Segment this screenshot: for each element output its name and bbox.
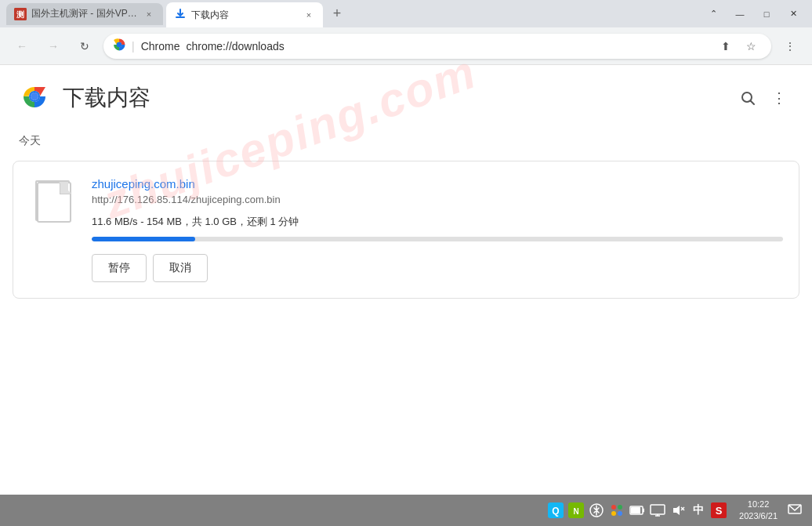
address-actions: ⬆ ☆: [715, 35, 762, 57]
address-divider: |: [132, 40, 135, 53]
page-content: 下载内容 ⋮ zhujiceping.com 今天: [0, 65, 812, 501]
svg-rect-23: [631, 507, 640, 513]
address-url: chrome://downloads: [186, 40, 709, 53]
progress-bar-background: [92, 237, 783, 241]
maximize-window-button[interactable]: □: [754, 2, 779, 27]
download-actions: 暂停 取消: [92, 254, 783, 282]
tab-inactive-label: 国外主机测评 - 国外VPS，: [31, 7, 138, 20]
svg-rect-25: [651, 505, 665, 514]
back-button[interactable]: ←: [9, 34, 34, 59]
notification-button[interactable]: [784, 499, 806, 521]
share-button[interactable]: ⬆: [715, 35, 737, 57]
svg-text:Q: Q: [552, 506, 559, 517]
chrome-logo-big-icon: [19, 81, 50, 115]
taskbar: Q N: [0, 495, 812, 526]
svg-point-20: [611, 511, 616, 516]
tab-inactive[interactable]: 测 国外主机测评 - 国外VPS， ×: [6, 3, 163, 25]
taskbar-icons: Q N: [542, 502, 733, 518]
close-window-button[interactable]: ✕: [781, 2, 806, 27]
svg-marker-28: [673, 506, 680, 515]
svg-point-18: [611, 505, 616, 510]
battery-icon[interactable]: [629, 502, 645, 518]
svg-text:测: 测: [16, 10, 24, 19]
tab-active-favicon: [174, 8, 187, 23]
section-today-label: 今天: [0, 128, 812, 154]
reload-button[interactable]: ↻: [72, 34, 97, 59]
svg-rect-11: [38, 183, 71, 222]
chrome-logo-icon: [113, 38, 125, 54]
page-header-actions: ⋮: [734, 84, 793, 112]
svg-text:N: N: [573, 507, 578, 516]
clock-time: 10:22: [748, 499, 770, 510]
tab-active[interactable]: 下载内容 ×: [166, 2, 323, 27]
minimize-button[interactable]: ⌃: [701, 2, 726, 27]
svg-point-8: [31, 93, 38, 100]
clock-date: 2023/6/21: [739, 510, 778, 522]
download-url: http://176.126.85.114/zhujiceping.com.bi…: [92, 194, 783, 205]
address-brand: Chrome: [141, 40, 180, 53]
svg-point-19: [618, 505, 622, 510]
qq-icon[interactable]: Q: [548, 502, 564, 518]
progress-bar-fill: [92, 237, 195, 241]
pause-button[interactable]: 暂停: [92, 254, 147, 282]
svg-point-4: [117, 42, 121, 46]
download-filename[interactable]: zhujiceping.com.bin: [92, 177, 783, 190]
minimize-window-button[interactable]: —: [727, 2, 752, 27]
file-icon-wrap: [29, 177, 76, 224]
tab-active-label: 下载内容: [191, 9, 298, 22]
page-title: 下载内容: [63, 83, 150, 113]
title-bar: 测 国外主机测评 - 国外VPS， × 下载内容 × + ⌃ — □ ✕: [0, 0, 812, 27]
bluetooth-icon[interactable]: [589, 502, 604, 518]
svg-rect-24: [643, 509, 644, 513]
taskbar-clock[interactable]: 10:22 2023/6/21: [733, 499, 784, 523]
download-info: zhujiceping.com.bin http://176.126.85.11…: [92, 177, 783, 282]
tab-active-close[interactable]: ×: [303, 9, 315, 21]
page-header: 下载内容 ⋮: [0, 65, 812, 128]
address-bar[interactable]: | Chrome chrome://downloads ⬆ ☆: [103, 34, 771, 59]
cancel-button[interactable]: 取消: [153, 254, 208, 282]
download-card: zhujiceping.com.bin http://176.126.85.11…: [13, 161, 799, 299]
nav-actions: ⋮: [778, 34, 803, 59]
browser-menu-button[interactable]: ⋮: [778, 34, 803, 59]
new-tab-button[interactable]: +: [326, 3, 348, 25]
tab-inactive-close[interactable]: ×: [143, 8, 155, 20]
monitor-icon[interactable]: [650, 502, 665, 518]
svg-point-21: [618, 511, 622, 516]
file-icon: [35, 180, 70, 221]
nvidia-icon[interactable]: N: [568, 502, 584, 518]
nav-bar: ← → ↻ | Chrome chrome://downloads ⬆ ☆ ⋮: [0, 27, 812, 65]
bookmark-button[interactable]: ☆: [740, 35, 762, 57]
input-method-icon[interactable]: 中: [691, 502, 706, 518]
window-controls: ⌃ — □ ✕: [701, 2, 806, 27]
page-menu-button[interactable]: ⋮: [765, 84, 793, 112]
svg-text:S: S: [716, 505, 723, 517]
forward-button[interactable]: →: [41, 34, 66, 59]
volume-icon[interactable]: [670, 502, 686, 518]
download-status: 11.6 MB/s - 154 MB，共 1.0 GB，还剩 1 分钟: [92, 215, 783, 229]
tab-inactive-favicon: 测: [14, 8, 27, 20]
search-header-button[interactable]: [734, 84, 762, 112]
svg-line-10: [751, 101, 755, 105]
sogou-icon[interactable]: S: [711, 502, 727, 518]
color-icon[interactable]: [609, 502, 625, 518]
